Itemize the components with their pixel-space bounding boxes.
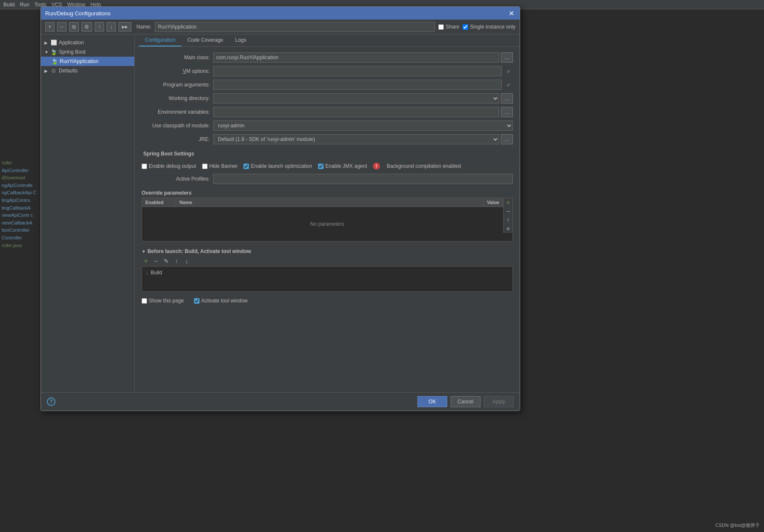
activate-tool-window-label[interactable]: Activate tool window [194,298,248,304]
enable-launch-opt-label[interactable]: Enable launch optimization [243,163,312,169]
classpath-row: Use classpath of module: ruoyi-admin [142,120,513,131]
before-launch-arrow[interactable]: ▼ [142,249,146,254]
add-config-button[interactable]: + [45,22,55,32]
active-profiles-input[interactable] [213,174,513,184]
enable-debug-output-label[interactable]: Enable debug output [142,163,196,169]
vm-options-label: VM options: [142,68,210,74]
copy-config-button[interactable]: ⧉ [69,22,79,32]
move-param-up-button[interactable]: ↑ [504,216,512,224]
env-vars-row: Environment variables: … [142,106,513,118]
move-param-down-button[interactable]: » [504,224,512,232]
share-checkbox[interactable] [438,24,444,30]
enable-debug-output-text: Enable debug output [149,163,196,169]
table-header: Enabled Name Value [142,198,512,207]
settings-config-button[interactable]: ⚙ [81,22,92,32]
program-args-field-wrap: ⤢ [213,80,513,90]
show-this-page-label[interactable]: Show this page [142,298,184,304]
tree-label-ruoyi: RuoYiApplication [60,58,98,64]
move-up-button[interactable]: ↑ [95,22,104,32]
code-line: viewCallbackA [2,219,37,227]
more-button[interactable]: ▶▶ [119,22,131,32]
program-args-row: Program arguments: ⤢ [142,79,513,90]
remove-param-button[interactable]: − [504,207,512,215]
main-class-field-wrap: … [213,52,513,63]
tab-code-coverage[interactable]: Code Coverage [181,35,229,46]
remove-config-button[interactable]: − [57,22,67,32]
env-vars-input[interactable] [213,107,499,117]
env-vars-browse-button[interactable]: … [501,107,513,117]
enable-debug-output-checkbox[interactable] [142,164,147,169]
menu-build[interactable]: Build [3,2,15,8]
vm-options-expand-button[interactable]: ⤢ [504,66,513,76]
vm-options-row: VM options: ⤢ [142,66,513,77]
jre-select[interactable]: Default (1.8 - SDK of 'ruoyi-admin' modu… [213,134,499,144]
jre-browse-button[interactable]: … [501,134,513,144]
vm-options-input[interactable] [213,66,502,76]
before-launch-list: ↓ Build [142,266,513,292]
override-params-header: Override parameters [142,190,513,196]
code-line: roller [2,159,37,167]
before-launch-section: ▼ Before launch: Build, Activate tool wi… [142,248,513,292]
apply-button[interactable]: Apply [484,396,514,407]
dialog-title-bar: Run/Debug Configurations ✕ [41,7,520,20]
config-name-input[interactable] [155,22,435,32]
close-button[interactable]: ✕ [507,9,515,17]
hide-banner-label[interactable]: Hide Banner [202,163,238,169]
down-launch-button[interactable]: ↓ [182,257,191,265]
code-line: roller.java [2,242,37,250]
cancel-button[interactable]: Cancel [451,396,480,407]
move-down-button[interactable]: ↓ [107,22,116,32]
share-checkbox-label[interactable]: Share [438,24,459,30]
help-button[interactable]: ? [47,397,55,406]
menu-run[interactable]: Run [20,2,29,8]
tree-arrow-spring-boot: ▼ [44,50,49,55]
before-launch-title: Before launch: Build, Activate tool wind… [148,248,251,254]
edit-launch-button[interactable]: ✎ [162,257,171,265]
tree-item-spring-boot[interactable]: ▼ 🍃 Spring Boot [41,47,134,57]
ruoyi-icon: 🍃 [51,58,58,65]
program-args-expand-button[interactable]: ⤢ [504,80,513,90]
vm-options-field-wrap: ⤢ [213,66,513,76]
code-line: ngApiControlle [2,182,37,190]
activate-tool-window-checkbox[interactable] [194,298,200,304]
tab-logs[interactable]: Logs [229,35,252,46]
env-vars-field-wrap: … [213,107,513,117]
tree-arrow-defaults: ▶ [44,69,49,73]
build-icon: ↓ [145,269,148,276]
col-enabled: Enabled [142,198,176,207]
hide-banner-text: Hide Banner [209,163,238,169]
main-class-browse-button[interactable]: … [501,52,513,63]
tree-label-defaults: Defaults [59,68,78,74]
hide-banner-checkbox[interactable] [202,164,208,169]
dialog-footer: ? OK Cancel Apply [41,392,520,411]
code-line: ApiController [2,167,37,175]
working-dir-select[interactable] [213,93,499,104]
remove-launch-button[interactable]: − [152,257,160,265]
classpath-field-wrap: ruoyi-admin [213,121,513,131]
tab-configuration[interactable]: Configuration [139,35,181,46]
enable-launch-opt-checkbox[interactable] [243,164,249,169]
spring-boot-icon: 🍃 [50,49,57,55]
main-class-input[interactable] [213,52,499,63]
working-dir-browse-button[interactable]: … [501,93,513,104]
tree-item-defaults[interactable]: ▶ ⚙ Defaults [41,66,134,75]
dialog-container: Run/Debug Configurations ✕ + − ⧉ ⚙ ↑ ↓ ▶… [41,6,520,411]
no-params-msg: No parameters [310,221,344,227]
enable-jmx-checkbox[interactable] [318,164,324,169]
spring-boot-checkboxes: Enable debug output Hide Banner Enable l… [142,161,513,171]
add-launch-button[interactable]: + [142,257,150,265]
single-instance-checkbox-label[interactable]: Single instance only [463,24,515,30]
classpath-select[interactable]: ruoyi-admin [213,121,513,131]
single-instance-checkbox[interactable] [463,24,468,30]
enable-jmx-label[interactable]: Enable JMX agent [318,163,367,169]
program-args-input[interactable] [213,80,502,90]
add-param-button[interactable]: + [504,199,512,207]
config-content: Main class: … VM options: ⤢ [135,47,520,312]
watermark: CSDN @bst@微胖子 [715,522,760,529]
ok-button[interactable]: OK [417,396,447,407]
show-this-page-checkbox[interactable] [142,298,147,304]
tree-item-ruoyi[interactable]: 🍃 RuoYiApplication [41,57,134,66]
up-launch-button[interactable]: ↑ [172,257,181,265]
code-list: roller ApiController dDownload ngApiCont… [0,158,38,251]
tree-item-application[interactable]: ▶ ⬜ Application [41,38,134,47]
